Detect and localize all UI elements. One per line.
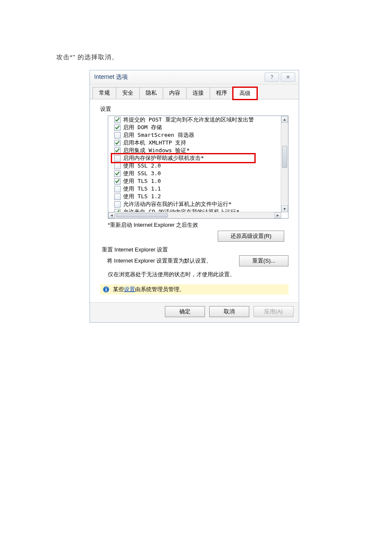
cancel-button[interactable]: 取消 bbox=[209, 306, 249, 317]
svg-rect-1 bbox=[106, 289, 107, 292]
setting-label: 使用 TLS 1.2 bbox=[123, 193, 161, 200]
checkbox[interactable] bbox=[114, 147, 121, 154]
checkbox[interactable] bbox=[114, 171, 121, 177]
horizontal-scrollbar[interactable]: ◀ ▶ bbox=[108, 212, 281, 218]
setting-row[interactable]: 启用内存保护帮助减少联机攻击* bbox=[108, 154, 281, 162]
dialog-title: Internet 选项 bbox=[94, 73, 263, 81]
reset-button[interactable]: 重置(S)... bbox=[239, 255, 288, 266]
checkbox[interactable] bbox=[114, 186, 121, 192]
vertical-scrollbar[interactable]: ▲ ▼ bbox=[281, 116, 288, 212]
admin-info-bar: 某些设置由系统管理员管理。 bbox=[100, 284, 288, 295]
admin-info-text: 某些设置由系统管理员管理。 bbox=[113, 286, 185, 293]
horizontal-scroll-thumb[interactable] bbox=[116, 213, 168, 217]
page-caption: 攻击*" 的选择取消。 bbox=[56, 53, 118, 61]
ok-button[interactable]: 确定 bbox=[165, 306, 205, 317]
scroll-left-icon[interactable]: ◀ bbox=[108, 212, 115, 218]
help-button[interactable]: ? bbox=[265, 72, 279, 82]
checkbox[interactable] bbox=[114, 201, 121, 208]
internet-options-dialog: Internet 选项 ? ✕ 常规安全隐私内容连接程序高级 设置 将提交的 P… bbox=[89, 70, 299, 323]
tab-安全[interactable]: 安全 bbox=[116, 87, 140, 99]
setting-row[interactable]: 启用 SmartScreen 筛选器 bbox=[108, 131, 281, 139]
setting-row[interactable]: 使用 SSL 2.0 bbox=[108, 162, 281, 170]
checkbox[interactable] bbox=[114, 155, 121, 162]
checkbox[interactable] bbox=[114, 140, 121, 146]
checkbox[interactable] bbox=[114, 124, 121, 131]
setting-row[interactable]: 使用 TLS 1.2 bbox=[108, 193, 281, 200]
setting-label: 使用 TLS 1.0 bbox=[123, 177, 161, 185]
setting-row[interactable]: 允许活动内容在我的计算机上的文件中运行* bbox=[108, 200, 281, 208]
tab-高级[interactable]: 高级 bbox=[233, 87, 257, 99]
tab-隐私[interactable]: 隐私 bbox=[139, 87, 163, 99]
setting-row[interactable]: 将提交的 POST 重定向到不允许发送的区域时发出警 bbox=[108, 116, 281, 124]
settings-group-label: 设置 bbox=[100, 105, 292, 113]
reset-description: 将 Internet Explorer 设置重置为默认设置。 bbox=[107, 257, 239, 265]
scroll-up-icon[interactable]: ▲ bbox=[281, 116, 288, 123]
info-icon bbox=[103, 286, 110, 293]
setting-label: 将提交的 POST 重定向到不允许发送的区域时发出警 bbox=[123, 116, 254, 124]
reset-warning: 仅在浏览器处于无法使用的状态时，才使用此设置。 bbox=[108, 271, 284, 278]
setting-label: 启用 DOM 存储 bbox=[123, 124, 162, 131]
setting-label: 启用 SmartScreen 筛选器 bbox=[123, 131, 194, 139]
checkbox[interactable] bbox=[114, 194, 121, 200]
setting-label: 使用 TLS 1.1 bbox=[123, 185, 161, 193]
setting-label: 启用内存保护帮助减少联机攻击* bbox=[123, 154, 204, 162]
reset-section-label: 重置 Internet Explorer 设置 bbox=[102, 246, 288, 254]
checkbox[interactable] bbox=[114, 178, 121, 185]
setting-row[interactable]: 启用 DOM 存储 bbox=[108, 124, 281, 131]
settings-listbox[interactable]: 将提交的 POST 重定向到不允许发送的区域时发出警启用 DOM 存储启用 Sm… bbox=[108, 116, 288, 219]
checkbox[interactable] bbox=[114, 117, 121, 123]
close-button[interactable]: ✕ bbox=[281, 72, 295, 82]
settings-link[interactable]: 设置 bbox=[124, 286, 135, 292]
setting-row[interactable]: 启用本机 XMLHTTP 支持 bbox=[108, 139, 281, 147]
apply-button[interactable]: 应用(A) bbox=[254, 306, 294, 317]
restart-note: *重新启动 Internet Explorer 之后生效 bbox=[108, 221, 288, 229]
setting-label: 使用 SSL 3.0 bbox=[123, 170, 161, 177]
setting-row[interactable]: 使用 TLS 1.1 bbox=[108, 185, 281, 193]
vertical-scroll-thumb[interactable] bbox=[282, 146, 287, 168]
tab-常规[interactable]: 常规 bbox=[92, 87, 116, 99]
tab-连接[interactable]: 连接 bbox=[186, 87, 210, 99]
help-icon: ? bbox=[271, 74, 274, 80]
checkbox[interactable] bbox=[114, 132, 121, 139]
dialog-body: 设置 将提交的 POST 重定向到不允许发送的区域时发出警启用 DOM 存储启用… bbox=[90, 99, 299, 302]
dialog-footer: 确定 取消 应用(A) bbox=[90, 302, 299, 322]
setting-row[interactable]: 使用 TLS 1.0 bbox=[108, 177, 281, 185]
tab-内容[interactable]: 内容 bbox=[163, 87, 187, 99]
setting-row[interactable]: 使用 SSL 3.0 bbox=[108, 170, 281, 177]
tab-strip: 常规安全隐私内容连接程序高级 bbox=[90, 84, 299, 99]
setting-row[interactable]: 启用集成 Windows 验证* bbox=[108, 147, 281, 154]
scroll-right-icon[interactable]: ▶ bbox=[274, 212, 281, 218]
tab-程序[interactable]: 程序 bbox=[210, 87, 233, 99]
setting-label: 启用本机 XMLHTTP 支持 bbox=[123, 139, 186, 147]
close-icon: ✕ bbox=[286, 74, 290, 80]
restore-defaults-button[interactable]: 还原高级设置(R) bbox=[218, 231, 284, 242]
scroll-down-icon[interactable]: ▼ bbox=[281, 205, 288, 212]
svg-rect-2 bbox=[106, 288, 107, 289]
setting-label: 允许活动内容在我的计算机上的文件中运行* bbox=[123, 200, 232, 208]
titlebar: Internet 选项 ? ✕ bbox=[90, 70, 299, 84]
setting-label: 启用集成 Windows 验证* bbox=[123, 147, 190, 154]
setting-label: 使用 SSL 2.0 bbox=[123, 162, 161, 170]
checkbox[interactable] bbox=[114, 163, 121, 169]
